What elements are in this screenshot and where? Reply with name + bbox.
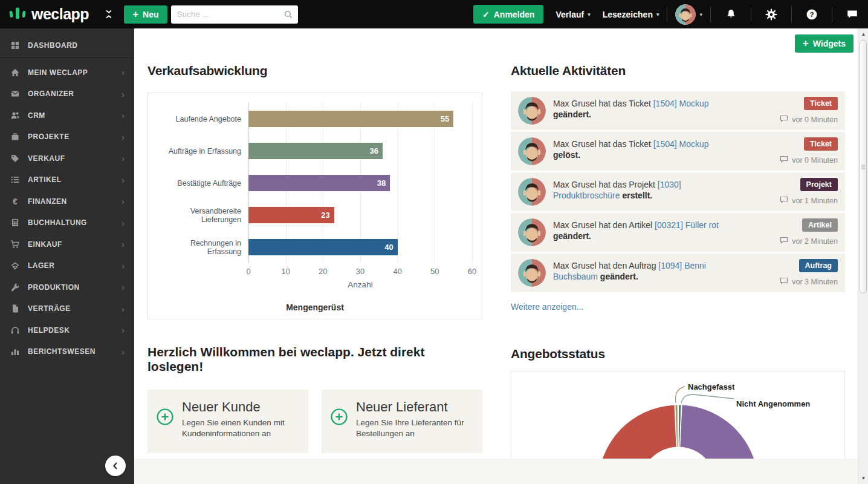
left-column: Verkaufsabwicklung Laufende Angebote55Au… [147, 28, 482, 471]
chart-title: Mengengerüst [158, 302, 472, 312]
x-tick-label: 40 [393, 267, 401, 276]
bar-value-label: 23 [321, 211, 329, 220]
time-text: vor 1 Minuten [792, 197, 838, 205]
bar[interactable]: 40 [248, 239, 398, 255]
activity-type-badge[interactable]: Ticket [804, 137, 838, 151]
search-box [171, 5, 298, 24]
bar-category-label: Aufträge in Erfassung [158, 147, 248, 155]
quick-action-card-neuer-lieferant[interactable]: Neuer LieferantLegen Sie Ihre Lieferante… [322, 390, 482, 453]
sidebar-item-projekte[interactable]: PROJEKTE› [0, 126, 134, 148]
user-avatar-menu[interactable]: ▾ [675, 4, 702, 25]
divider [832, 7, 832, 22]
bar[interactable]: 38 [248, 175, 390, 191]
neu-button[interactable]: + Neu [124, 5, 167, 24]
activity-meta: Artikelvor 2 Minuten [780, 218, 838, 246]
bar-value-label: 36 [370, 146, 378, 155]
x-tick-label: 30 [356, 267, 364, 276]
sidebar-item-einkauf[interactable]: EINKAUF› [0, 234, 134, 255]
activity-link[interactable]: [00321] Füller rot [655, 220, 719, 230]
sidebar-divider [0, 57, 134, 58]
time-text: vor 0 Minuten [792, 116, 838, 124]
search-icon[interactable] [283, 10, 293, 19]
activity-type-badge[interactable]: Artikel [802, 218, 838, 232]
sidebar-item-finanzen[interactable]: €FINANZEN› [0, 191, 134, 212]
plus-icon: + [132, 9, 138, 19]
briefcase-icon [10, 132, 20, 142]
sidebar-item-organizer[interactable]: ORGANIZER› [0, 83, 134, 105]
sidebar-item-buchhaltung[interactable]: BUCHHALTUNG› [0, 212, 134, 234]
sidebar-item-verträge[interactable]: VERTRÄGE› [0, 298, 134, 320]
x-tick-label: 60 [468, 267, 476, 276]
circle-plus-icon [330, 408, 348, 426]
sidebar-item-dashboard[interactable]: DASHBOARD [0, 33, 134, 57]
lesezeichen-menu[interactable]: Lesezeichen▾ [603, 10, 659, 19]
sidebar-item-label: FINANZEN [28, 197, 114, 206]
bar[interactable]: 55 [248, 111, 453, 127]
sidebar-item-mein-weclapp[interactable]: MEIN WECLAPP› [0, 62, 134, 83]
sidebar-item-label: PROJEKTE [28, 132, 114, 141]
verlauf-menu[interactable]: Verlauf▾ [555, 10, 590, 19]
scrollbar-thumb[interactable] [860, 40, 867, 293]
donut-segment[interactable] [598, 405, 676, 467]
chevron-right-icon: › [121, 197, 125, 206]
comment-bubble-icon [780, 155, 788, 165]
sidebar-item-label: ARTIKEL [28, 175, 114, 184]
list-icon [10, 175, 20, 185]
activity-type-badge[interactable]: Auftrag [799, 259, 838, 272]
activity-timestamp: vor 1 Minuten [780, 195, 838, 206]
settings-gear-icon[interactable] [759, 5, 783, 24]
sidebar-item-berichtswesen[interactable]: BERICHTSWESEN› [0, 341, 134, 363]
activity-type-badge[interactable]: Projekt [800, 178, 838, 191]
show-more-link[interactable]: Weitere anzeigen... [511, 302, 845, 312]
sidebar-item-label: BERICHTSWESEN [28, 347, 114, 356]
check-icon: ✓ [482, 10, 490, 19]
sidebar-item-label: MEIN WECLAPP [28, 68, 114, 77]
scrollbar-down-arrow[interactable]: ▼ [858, 473, 868, 483]
vertical-scrollbar[interactable]: ▲ ▼ [858, 28, 868, 484]
bar-category-label: Versandbereite Lieferungen [158, 207, 248, 224]
sidebar-item-label: ORGANIZER [28, 90, 114, 98]
main-content: + Widgets Verkaufsabwicklung Laufende An… [134, 28, 868, 484]
bar[interactable]: 23 [248, 207, 334, 223]
sidebar-item-label: VERTRÄGE [28, 304, 114, 313]
envelope-icon [10, 89, 20, 99]
activity-link[interactable]: [1504] Mockup [653, 99, 709, 108]
home-icon [10, 67, 20, 77]
donut-segment-label: Nicht Angenommen [736, 399, 810, 408]
chevron-right-icon: › [121, 240, 125, 249]
collapse-vertical-icon[interactable] [103, 8, 114, 21]
sidebar-item-helpdesk[interactable]: HELPDESK› [0, 319, 134, 341]
quick-action-card-neuer-kunde[interactable]: Neuer KundeLegen Sie einen Kunden mit Ku… [147, 390, 308, 453]
sidebar-item-artikel[interactable]: ARTIKEL› [0, 169, 134, 191]
anmelden-button[interactable]: ✓ Anmelden [473, 5, 543, 24]
activity-type-badge[interactable]: Ticket [804, 97, 838, 110]
notifications-bell-icon[interactable] [719, 5, 743, 24]
help-icon[interactable]: ? [800, 5, 824, 24]
chevron-down-icon: ▾ [699, 11, 702, 18]
activity-text: Max Grusel hat das Ticket [1504] Mockup … [553, 137, 734, 165]
x-axis-label: Anzahl [248, 280, 472, 289]
logo-text: weclapp [31, 5, 89, 23]
scrollbar-up-arrow[interactable]: ▲ [858, 29, 868, 39]
bar-value-label: 40 [384, 243, 393, 252]
search-input[interactable] [171, 5, 298, 24]
weclapp-logo-icon [8, 5, 27, 24]
footer-band [134, 459, 868, 484]
chevron-right-icon: › [121, 304, 125, 313]
activity-link[interactable]: [1504] Mockup [653, 139, 709, 149]
sidebar-item-lager[interactable]: LAGER› [0, 255, 134, 277]
activity-action: geändert. [553, 231, 591, 241]
chat-icon[interactable] [840, 5, 864, 24]
add-widgets-button[interactable]: + Widgets [795, 34, 853, 53]
sidebar-item-crm[interactable]: CRM› [0, 105, 134, 126]
comment-bubble-icon [780, 195, 788, 206]
sidebar-item-verkauf[interactable]: VERKAUF› [0, 148, 134, 169]
scrollbar-grip [861, 163, 865, 170]
donut-segment[interactable] [680, 405, 759, 467]
bar[interactable]: 36 [248, 143, 383, 159]
sidebar-collapse-button[interactable] [105, 456, 126, 476]
weclapp-logo[interactable]: weclapp [0, 5, 89, 24]
document-icon [10, 304, 20, 314]
sidebar-item-produktion[interactable]: PRODUKTION› [0, 276, 134, 298]
activity-meta: Projektvor 1 Minuten [780, 178, 838, 206]
